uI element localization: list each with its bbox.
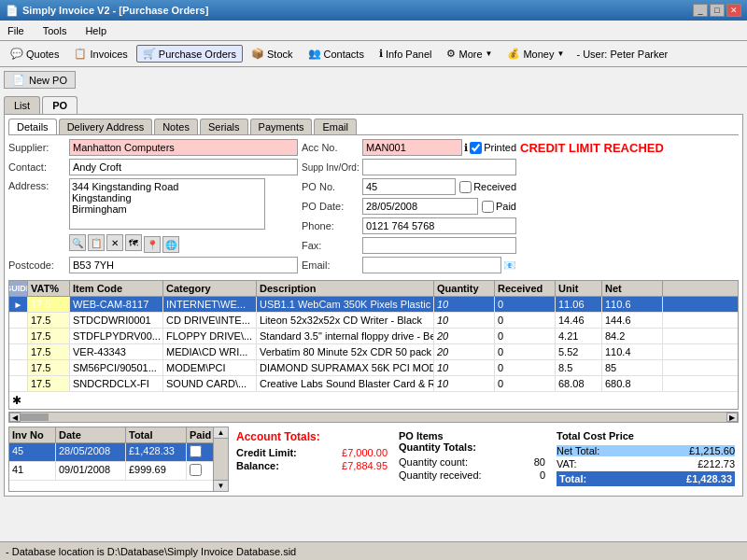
- table-row[interactable]: 17.5 SNDCRDCLX-FI SOUND CARD\... Creativ…: [9, 376, 738, 392]
- grid-vat-cell: 17.5: [28, 297, 70, 312]
- stock-btn[interactable]: 📦 Stock: [245, 45, 300, 63]
- email-icon[interactable]: 📧: [503, 259, 516, 272]
- menu-bar: File Tools Help: [0, 21, 747, 41]
- grid-desc-cell: DIAMOND SUPRAMAX 56K PCI MODEM: [257, 360, 434, 375]
- phone-input[interactable]: [362, 217, 516, 234]
- grid-qty-cell: 10: [434, 313, 495, 328]
- minimize-btn[interactable]: _: [693, 4, 708, 17]
- close-btn[interactable]: ✕: [726, 4, 741, 17]
- net-total-value: £1,215.60: [689, 445, 735, 456]
- tab-list[interactable]: List: [4, 96, 40, 114]
- email-input[interactable]: [362, 257, 501, 273]
- grid-recv-cell: 0: [495, 297, 556, 312]
- grid-net-cell: 144.6: [602, 313, 663, 328]
- tab-details[interactable]: Details: [8, 119, 57, 134]
- received-checkbox[interactable]: [459, 181, 472, 193]
- more-btn[interactable]: ⚙ More ▼: [440, 45, 499, 63]
- horizontal-scrollbar[interactable]: ◀ ▶: [8, 412, 739, 423]
- address-icon-1[interactable]: 🔍: [69, 234, 86, 251]
- app-icon: 📄: [6, 5, 19, 17]
- tab-serials[interactable]: Serials: [200, 119, 248, 134]
- scroll-right-btn[interactable]: ▶: [726, 413, 738, 422]
- tab-po[interactable]: PO: [42, 96, 78, 114]
- list-item[interactable]: 45 28/05/2008 £1,428.33: [9, 443, 213, 462]
- stock-icon: 📦: [251, 48, 264, 60]
- table-row[interactable]: 17.5 SM56PCI/90501... MODEM\PCI DIAMOND …: [9, 360, 738, 376]
- po-items: PO Items Quantity Totals: Quantity count…: [395, 427, 549, 492]
- inv-paid-check-0[interactable]: [190, 445, 202, 457]
- mid-col: Acc No. ℹ Printed Supp Inv/Ord: PO No. R…: [302, 139, 516, 276]
- grid-col-description: Description: [257, 281, 434, 296]
- address-icon-4[interactable]: 🗺: [125, 234, 142, 251]
- grid-arrow-cell: ►: [9, 297, 28, 312]
- po-date-input[interactable]: [362, 198, 478, 215]
- grid-qty-cell: 10: [434, 376, 495, 391]
- money-btn[interactable]: 💰 Money ▼: [500, 45, 571, 63]
- info-panel-btn[interactable]: ℹ Info Panel: [373, 45, 439, 63]
- address-icon-3[interactable]: ✕: [106, 234, 123, 251]
- address-icon-6[interactable]: 🌐: [162, 236, 179, 253]
- grid-arrow-cell: [9, 360, 28, 375]
- supplier-input[interactable]: [69, 139, 298, 156]
- quotes-btn[interactable]: 💬 Quotes: [4, 45, 65, 63]
- account-totals: Account Totals: Credit Limit: £7,000.00 …: [233, 427, 391, 492]
- items-grid: GUIDE VAT% Item Code Category Descriptio…: [8, 280, 739, 410]
- inv-paid-check-1[interactable]: [190, 464, 202, 476]
- tab-payments[interactable]: Payments: [250, 119, 313, 134]
- inv-col-total: Total: [126, 427, 187, 442]
- purchase-orders-btn[interactable]: 🛒 Purchase Orders: [136, 45, 243, 63]
- contact-input[interactable]: [69, 159, 298, 175]
- address-icon-5[interactable]: 📍: [144, 236, 161, 253]
- inv-scroll-up[interactable]: ▲: [214, 427, 228, 439]
- grid-code-cell: VER-43343: [70, 344, 163, 359]
- printed-checkbox[interactable]: [470, 142, 482, 154]
- grid-cat-cell: INTERNET\WE...: [163, 297, 257, 312]
- fax-input[interactable]: [362, 237, 516, 254]
- grid-arrow-cell: [9, 313, 28, 328]
- main-area: 📄 New PO List PO Details Delivery Addres…: [0, 67, 747, 541]
- balance-label: Balance:: [236, 460, 279, 471]
- invoices-btn[interactable]: 📋 Invoices: [67, 45, 134, 63]
- grid-qty-cell: 20: [434, 329, 495, 343]
- new-po-button[interactable]: 📄 New PO: [4, 71, 76, 89]
- grid-vat-cell: 17.5: [28, 376, 70, 391]
- tab-notes[interactable]: Notes: [154, 119, 198, 134]
- tab-email[interactable]: Email: [314, 119, 357, 134]
- contacts-btn[interactable]: 👥 Contacts: [302, 45, 371, 63]
- table-row[interactable]: 17.5 STDCDWRI0001 CD DRIVE\INTE... Liteo…: [9, 313, 738, 329]
- fax-label: Fax:: [302, 240, 362, 251]
- postcode-input[interactable]: [69, 257, 298, 273]
- list-item[interactable]: 41 09/01/2008 £999.69: [9, 462, 213, 481]
- content-panel: Details Delivery Address Notes Serials P…: [4, 114, 743, 497]
- grid-header-row: GUIDE VAT% Item Code Category Descriptio…: [9, 281, 738, 297]
- supp-inv-input[interactable]: [362, 159, 516, 175]
- info-icon[interactable]: ℹ: [464, 142, 468, 154]
- scroll-left-btn[interactable]: ◀: [9, 413, 21, 422]
- inv-scroll-down[interactable]: ▼: [214, 480, 228, 491]
- right-col: CREDIT LIMIT REACHED: [520, 139, 739, 276]
- acc-no-input[interactable]: [362, 139, 462, 156]
- po-no-input[interactable]: [362, 178, 456, 195]
- grid-col-category: Category: [163, 281, 257, 296]
- maximize-btn[interactable]: □: [710, 4, 725, 17]
- invoice-header: Inv No Date Total Paid: [9, 427, 213, 443]
- qty-recv-value: 0: [540, 469, 545, 481]
- tab-delivery[interactable]: Delivery Address: [59, 119, 153, 134]
- table-row[interactable]: ► 17.5 WEB-CAM-8117 INTERNET\WE... USB1.…: [9, 297, 738, 313]
- credit-limit-label: Credit Limit:: [236, 447, 297, 458]
- grid-qty-cell: 10: [434, 297, 495, 312]
- grid-recv-cell: 0: [495, 313, 556, 328]
- menu-tools[interactable]: Tools: [39, 24, 71, 37]
- paid-checkbox[interactable]: [482, 201, 494, 213]
- grid-net-cell: 110.4: [602, 344, 663, 359]
- menu-file[interactable]: File: [4, 24, 28, 37]
- inv-total-cell: £999.69: [126, 462, 187, 480]
- inv-col-no: Inv No: [9, 427, 56, 442]
- table-row[interactable]: 17.5 VER-43343 MEDIA\CD WRI... Verbatim …: [9, 344, 738, 360]
- email-label: Email:: [302, 259, 362, 271]
- new-po-icon: 📄: [12, 74, 25, 86]
- address-icon-2[interactable]: 📋: [88, 234, 105, 251]
- menu-help[interactable]: Help: [81, 24, 110, 37]
- table-row[interactable]: 17.5 STDFLPYDRV00... FLOPPY DRIVE\... St…: [9, 329, 738, 344]
- grid-new-row[interactable]: ✱: [9, 392, 738, 409]
